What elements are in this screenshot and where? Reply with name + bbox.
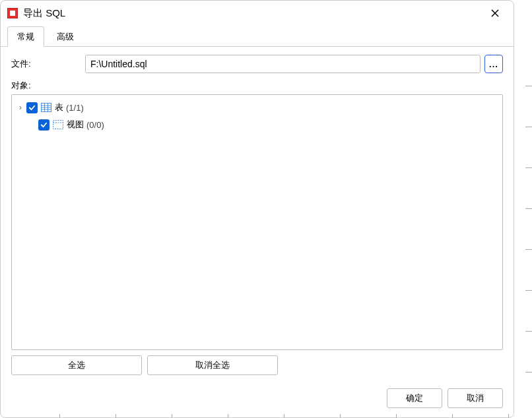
close-button[interactable] [486, 4, 504, 22]
expand-icon[interactable]: › [16, 103, 25, 112]
check-icon [28, 104, 36, 111]
app-icon [7, 8, 18, 18]
tree-item-views[interactable]: 视图 (0/0) [13, 116, 501, 133]
tree-item-tables[interactable]: › 表 (1/1) [13, 99, 501, 116]
objects-tree[interactable]: › 表 (1/1) 视图 (0/0) [11, 94, 503, 350]
cancel-button[interactable]: 取消 [448, 388, 503, 408]
objects-label: 对象: [11, 80, 85, 92]
deselect-all-button[interactable]: 取消全选 [147, 355, 278, 375]
titlebar: 导出 SQL [1, 1, 514, 26]
tab-advanced[interactable]: 高级 [47, 26, 84, 47]
dialog-title: 导出 SQL [23, 7, 486, 20]
tree-label-tables: 表 [55, 102, 63, 113]
tree-count-views: (0/0) [86, 120, 104, 130]
export-sql-dialog: 导出 SQL 常规 高级 文件: ... 对象: › 表 [0, 0, 514, 418]
tab-panel-general: 文件: ... 对象: › 表 (1/1) [1, 47, 514, 382]
table-icon [40, 103, 51, 112]
file-label: 文件: [11, 58, 85, 70]
ok-button[interactable]: 确定 [387, 388, 442, 408]
file-row: 文件: ... [11, 55, 503, 73]
objects-label-row: 对象: [11, 80, 503, 92]
tree-count-tables: (1/1) [66, 103, 84, 113]
selection-buttons: 全选 取消全选 [11, 355, 503, 375]
ruler-horizontal [0, 414, 532, 418]
view-icon [52, 120, 63, 129]
close-icon [490, 9, 500, 18]
checkbox-views[interactable] [38, 119, 50, 131]
checkbox-tables[interactable] [26, 102, 38, 113]
dialog-footer: 确定 取消 [1, 382, 514, 417]
ruler-vertical [514, 0, 532, 418]
tab-bar: 常规 高级 [1, 26, 514, 47]
browse-button[interactable]: ... [484, 55, 503, 73]
svg-rect-6 [53, 121, 63, 129]
tree-label-views: 视图 [67, 119, 84, 131]
file-input[interactable] [85, 55, 481, 73]
select-all-button[interactable]: 全选 [11, 355, 142, 375]
check-icon [40, 121, 48, 129]
tab-general[interactable]: 常规 [7, 26, 44, 47]
